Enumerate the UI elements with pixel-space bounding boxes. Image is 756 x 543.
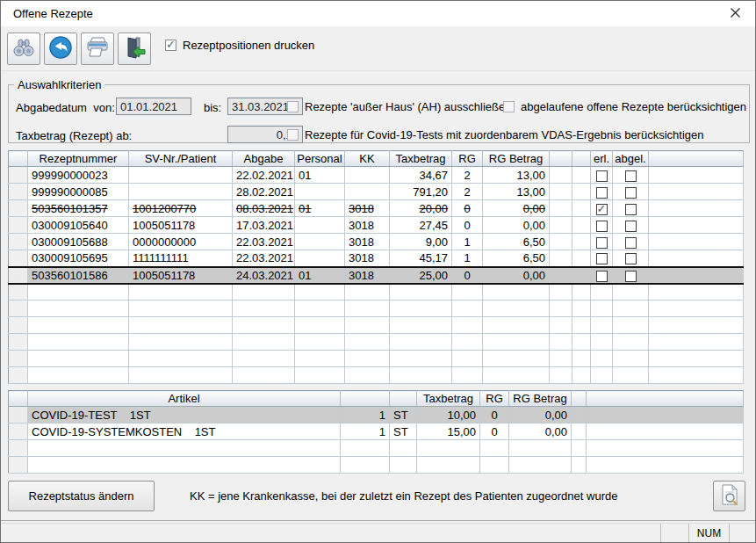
cell-personal — [295, 250, 345, 267]
prescription-row[interactable]: 030009105688000000000022.03.202130189,00… — [9, 234, 744, 250]
rezeptstatus-aendern-button[interactable]: Rezeptstatus ändern — [8, 481, 155, 511]
cell-blank2 — [572, 167, 591, 184]
cell-marker — [9, 424, 28, 440]
cell-rg: 0 — [452, 267, 483, 284]
cell-empty — [9, 284, 28, 300]
cell-empty — [129, 334, 233, 351]
ah-ausschliessen-checkbox[interactable] — [287, 101, 299, 112]
column-header-rezeptnummer[interactable]: Rezeptnummer — [28, 151, 129, 167]
cell-empty — [295, 317, 345, 334]
prescription-row[interactable]: 99999000008528.02.2021791,20213,00 — [9, 184, 744, 200]
cell-taxbetrag: 27,45 — [390, 217, 452, 234]
cell-empty — [129, 284, 233, 300]
preview-button[interactable] — [713, 481, 745, 511]
print-button[interactable] — [81, 33, 114, 65]
cell-blank1 — [550, 200, 572, 217]
abgel-checkbox[interactable] — [625, 170, 637, 182]
prescription-row[interactable]: 503560101586100505117824.03.202101301825… — [9, 267, 744, 284]
cell-rest — [649, 267, 744, 284]
cell-empty — [550, 351, 572, 367]
cell-empty — [483, 300, 550, 317]
ah-ausschliessen-label: Rezepte 'außer Haus' (AH) ausschließen — [305, 100, 511, 113]
erl-checkbox[interactable] — [596, 253, 608, 264]
erl-checkbox[interactable] — [596, 237, 608, 249]
erl-checkbox[interactable] — [596, 204, 608, 215]
bis-label: bis: — [204, 101, 221, 114]
prescription-row[interactable]: 030009105695111111111122.03.2021301845,1… — [9, 250, 744, 267]
binoculars-icon — [11, 36, 36, 62]
printer-icon — [85, 36, 110, 62]
cell-personal: 01 — [295, 200, 345, 217]
column-header-erl-[interactable]: erl. — [591, 151, 613, 167]
cell-abgabe: 22.03.2021 — [233, 250, 295, 267]
column-header-abgabe[interactable]: Abgabe — [233, 151, 295, 167]
cell-empty — [233, 317, 295, 334]
cell-empty — [295, 284, 345, 300]
abgel-checkbox[interactable] — [625, 187, 637, 199]
erl-checkbox[interactable] — [596, 221, 608, 232]
cell-empty — [550, 367, 572, 384]
cell-taxbetrag: 45,17 — [390, 250, 452, 267]
cell-marker — [9, 267, 28, 284]
cell-personal: 01 — [295, 167, 345, 184]
article-row[interactable]: COVID-19-SYSTEMKOSTEN 1ST1ST15,0000,00 — [9, 424, 744, 440]
column-header-taxbetrag[interactable]: Taxbetrag — [390, 151, 452, 167]
abgelaufene-checkbox[interactable] — [503, 101, 515, 112]
statusbar-end-panel — [729, 524, 755, 542]
cell-taxbetrag: 791,20 — [390, 184, 452, 200]
undo-button[interactable] — [44, 33, 77, 65]
cell-taxbetrag: 25,00 — [390, 267, 452, 284]
column-header-blank — [587, 391, 744, 407]
print-positions-checkbox[interactable] — [165, 40, 176, 51]
exit-button[interactable] — [118, 33, 151, 65]
column-header-rg[interactable]: RG — [480, 391, 509, 407]
column-header-kk[interactable]: KK — [345, 151, 390, 167]
erl-checkbox[interactable] — [596, 170, 608, 182]
column-header-blank — [572, 151, 591, 167]
column-header-rg-betrag[interactable]: RG Betrag — [483, 151, 550, 167]
print-positions-label: Rezeptpositionen drucken — [183, 39, 314, 52]
abgel-checkbox[interactable] — [625, 221, 637, 232]
cell-empty — [417, 440, 480, 457]
covid-vdas-label: Rezepte für Covid-19-Tests mit zuordenba… — [305, 128, 703, 141]
erl-checkbox[interactable] — [596, 271, 608, 282]
cell-empty — [129, 367, 233, 384]
cell-blank2 — [572, 250, 591, 267]
erl-checkbox[interactable] — [596, 187, 608, 199]
cell-empty — [28, 334, 129, 351]
cell-empty — [390, 351, 452, 367]
statusbar-message-panel — [1, 524, 660, 542]
cell-empty — [341, 440, 390, 457]
column-header-rg-betrag[interactable]: RG Betrag — [509, 391, 572, 407]
column-header-taxbetrag[interactable]: Taxbetrag — [417, 391, 480, 407]
column-header-artikel[interactable]: Artikel — [28, 391, 341, 407]
column-header-blank — [9, 151, 28, 167]
column-header-personal[interactable]: Personal — [295, 151, 345, 167]
abgel-checkbox[interactable] — [625, 253, 637, 264]
cell-empty — [452, 334, 483, 351]
cell-empty — [390, 440, 417, 457]
cell-empty — [572, 334, 591, 351]
covid-vdas-checkbox[interactable] — [287, 129, 299, 141]
cell-einheit: ST — [390, 407, 417, 424]
cell-empty — [649, 284, 744, 300]
cell-empty — [591, 284, 613, 300]
article-row[interactable]: COVID-19-TEST 1ST1ST10,0000,00 — [9, 407, 744, 424]
cell-erl — [591, 250, 613, 267]
column-header-sv-nr-patient[interactable]: SV-Nr./Patient — [129, 151, 233, 167]
abgabedatum-von-input[interactable] — [116, 98, 191, 115]
prescription-row[interactable]: 99999000002322.02.20210134,67213,00 — [9, 167, 744, 184]
abgel-checkbox[interactable] — [625, 237, 637, 249]
cell-empty — [649, 351, 744, 367]
abgel-checkbox[interactable] — [625, 204, 637, 215]
search-button[interactable] — [7, 33, 40, 65]
abgel-checkbox[interactable] — [625, 271, 637, 282]
prescription-row[interactable]: 030009105640100505117817.03.2021301827,4… — [9, 217, 744, 234]
prescription-row[interactable]: 503560101357100120077008.03.202101301820… — [9, 200, 744, 217]
column-header-abgel-[interactable]: abgel. — [613, 151, 649, 167]
close-button[interactable] — [716, 1, 755, 26]
cell-abgabe: 24.03.2021 — [233, 267, 295, 284]
cell-empty — [295, 351, 345, 367]
column-header-rg[interactable]: RG — [452, 151, 483, 167]
cell-empty — [390, 334, 452, 351]
